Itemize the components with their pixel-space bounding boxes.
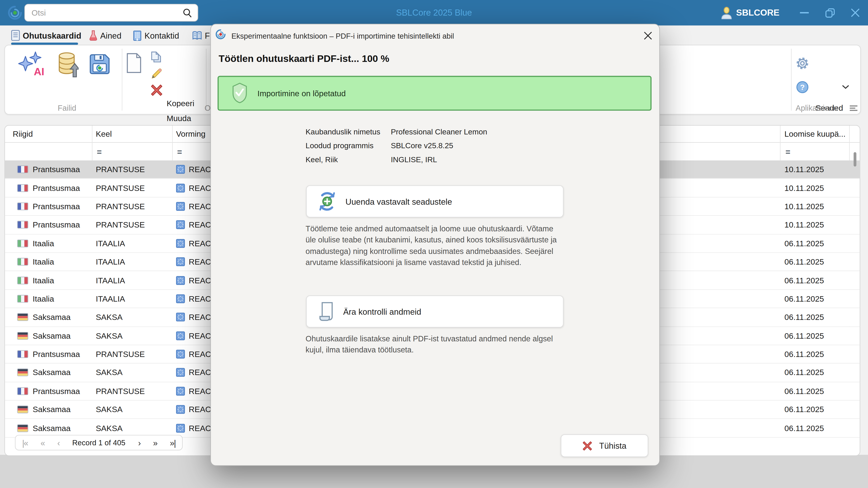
country-flag-icon	[17, 234, 28, 252]
dialog-title: Eksperimentaalne funktsioon – PDF-i impo…	[231, 32, 454, 40]
vertical-scrollbar[interactable]	[854, 152, 856, 166]
pager-first-icon[interactable]: |«	[22, 438, 28, 447]
export-button[interactable]	[89, 53, 111, 75]
country-flag-icon	[17, 253, 28, 271]
new-button[interactable]	[126, 53, 142, 74]
format-flag-icon	[176, 419, 185, 437]
ribbon-separator	[122, 49, 122, 111]
pager-next-icon[interactable]: ›	[138, 438, 141, 447]
help-dropdown-chevron-icon[interactable]	[842, 85, 849, 89]
eu-format-icon	[176, 202, 185, 211]
success-banner-text: Importimine on lõpetatud	[257, 77, 346, 109]
eu-format-icon	[176, 184, 185, 192]
safety-data-sheet-icon	[11, 30, 20, 41]
pager-prev-icon[interactable]: ‹	[57, 438, 59, 447]
no-check-data-button[interactable]: Ära kontrolli andmeid	[306, 295, 563, 328]
pager-record-text: Record 1 of 405	[72, 438, 125, 447]
format-flag-icon	[176, 216, 185, 234]
column-header-vorming[interactable]: Vorming	[176, 126, 206, 142]
app-window: Otsi SBLCore 2025 Blue SBLCORE	[0, 0, 868, 488]
filter-loomise[interactable]: =	[785, 143, 790, 160]
pager-last-icon[interactable]: »|	[170, 438, 176, 447]
filter-keel[interactable]: =	[97, 143, 102, 160]
cancel-button[interactable]: Tühista	[561, 434, 648, 457]
language-cell: SAKSA	[96, 327, 123, 345]
help-button[interactable]: ?	[796, 81, 809, 94]
tab-label: Kontaktid	[145, 31, 179, 40]
country-cell: Prantsusmaa	[33, 216, 80, 234]
country-cell: Prantsusmaa	[33, 382, 80, 400]
info-value: INGLISE, IRL	[391, 156, 437, 166]
date-cell: 10.11.2025	[784, 179, 824, 197]
logged-in-user[interactable]: SBLCORE	[736, 8, 780, 18]
country-cell: Prantsusmaa	[33, 197, 80, 215]
format-flag-icon	[176, 197, 185, 215]
tab-ained[interactable]: Ained	[89, 27, 121, 43]
search-input[interactable]: Otsi	[24, 4, 198, 22]
update-per-legislation-button[interactable]: Uuenda vastavalt seadustele	[306, 185, 563, 217]
import-button[interactable]	[58, 52, 79, 77]
date-cell: 10.11.2025	[784, 160, 824, 178]
column-header-keel[interactable]: Keel	[96, 126, 112, 142]
edit-label[interactable]: Muuda	[166, 114, 191, 123]
edit-button[interactable]	[151, 68, 163, 80]
eu-format-icon	[176, 239, 185, 248]
country-flag-icon	[17, 160, 28, 178]
pager-fast-next-icon[interactable]: »	[153, 438, 157, 447]
date-cell: 06.11.2025	[784, 308, 824, 326]
settings-button[interactable]	[796, 57, 809, 70]
pencil-icon	[151, 68, 163, 80]
language-cell: PRANTSUSE	[96, 345, 145, 363]
date-cell: 06.11.2025	[784, 345, 824, 363]
tab-label: Ohutuskaardid	[23, 31, 81, 40]
eu-format-icon	[176, 294, 185, 303]
pager-fast-prev-icon[interactable]: «	[40, 438, 44, 447]
maximize-button[interactable]	[817, 0, 843, 26]
country-flag-icon	[17, 345, 28, 363]
language-cell: PRANTSUSE	[96, 160, 145, 178]
close-window-button[interactable]	[842, 0, 868, 26]
copy-button[interactable]	[149, 52, 163, 65]
country-flag-icon	[17, 308, 28, 326]
flask-icon	[89, 30, 97, 41]
copy-label[interactable]: Kopeeri	[166, 99, 194, 108]
info-label: Loodud programmis	[306, 142, 391, 153]
search-icon[interactable]	[183, 8, 192, 18]
country-flag-icon	[17, 400, 28, 418]
info-row: Kaubanduslik nimetus Professional Cleane…	[306, 128, 638, 139]
dialog-heading: Töötlen ohutuskaarti PDF-ist... 100 %	[219, 53, 389, 65]
column-header-riigid[interactable]: Riigid	[13, 126, 33, 142]
country-cell: Prantsusmaa	[33, 160, 80, 178]
date-cell: 06.11.2025	[784, 253, 824, 271]
user-avatar-icon[interactable]	[721, 6, 732, 19]
format-flag-icon	[176, 345, 185, 363]
delete-button[interactable]	[151, 84, 163, 96]
database-import-icon	[58, 52, 79, 77]
window-title: SBLCore 2025 Blue	[323, 0, 545, 26]
format-flag-icon	[176, 364, 185, 382]
country-cell: Itaalia	[33, 271, 54, 289]
tab-partial[interactable]: F	[192, 27, 210, 43]
date-cell: 06.11.2025	[784, 290, 824, 308]
gear-icon	[796, 57, 809, 70]
info-row: Keel, Riik INGLISE, IRL	[306, 156, 638, 166]
date-cell: 06.11.2025	[784, 419, 824, 437]
dialog-close-icon[interactable]	[642, 29, 654, 42]
date-cell: 06.11.2025	[784, 234, 824, 252]
minimize-button[interactable]	[792, 0, 817, 26]
group-options-icon[interactable]	[850, 105, 857, 111]
search-placeholder: Otsi	[32, 8, 183, 17]
language-cell: SAKSA	[96, 308, 123, 326]
country-flag-icon	[17, 327, 28, 345]
filter-vorming[interactable]: =	[177, 143, 182, 160]
scroll-paper-icon	[319, 302, 336, 322]
success-banner: Importimine on lõpetatud	[217, 76, 651, 111]
info-value: Professional Cleaner Lemon	[391, 128, 487, 139]
tab-kontaktid[interactable]: Kontaktid	[133, 27, 179, 43]
import-pdf-button[interactable]: AI	[18, 51, 47, 78]
svg-text:AI: AI	[34, 66, 44, 77]
tab-ohutuskaardid[interactable]: Ohutuskaardid	[11, 27, 81, 43]
pdf-import-dialog: Eksperimentaalne funktsioon – PDF-i impo…	[211, 24, 660, 466]
column-header-loomise[interactable]: Loomise kuupä...	[784, 126, 845, 142]
eu-format-icon	[176, 424, 185, 432]
